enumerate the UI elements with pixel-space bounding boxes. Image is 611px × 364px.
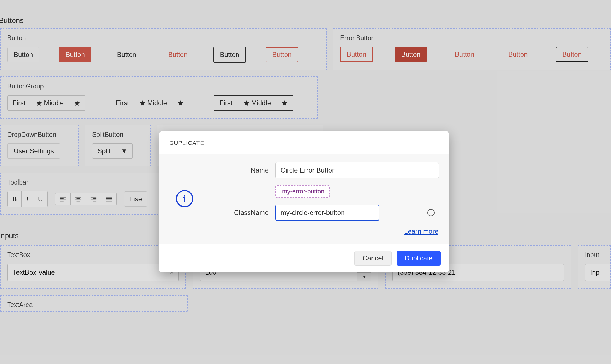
align-justify-icon bbox=[106, 197, 112, 202]
spinner-down[interactable]: ▼ bbox=[357, 272, 371, 281]
button-group-1-star[interactable] bbox=[69, 95, 85, 111]
name-label: Name bbox=[210, 166, 269, 174]
button-group-3: First Middle bbox=[214, 95, 293, 111]
toolbar-underline[interactable]: U bbox=[33, 191, 48, 207]
button-group-2-middle[interactable]: Middle bbox=[134, 95, 172, 111]
chevron-down-icon: ▼ bbox=[121, 147, 128, 155]
learn-more-link[interactable]: Learn more bbox=[404, 228, 438, 235]
caret-down-icon: ▼ bbox=[362, 274, 367, 279]
star-icon bbox=[74, 100, 80, 106]
align-right-icon bbox=[90, 197, 97, 202]
split-button-main[interactable]: Split bbox=[92, 143, 116, 159]
star-icon bbox=[177, 100, 183, 106]
toolbar-align-left[interactable] bbox=[55, 193, 71, 205]
classname-input[interactable] bbox=[275, 205, 379, 221]
toolbar-bold[interactable]: B bbox=[7, 191, 22, 207]
dropdown-button-user-settings[interactable]: User Settings bbox=[7, 143, 60, 159]
name-input[interactable] bbox=[275, 162, 439, 178]
textbox-input[interactable] bbox=[7, 264, 179, 281]
toolbar-italic[interactable]: I bbox=[22, 191, 33, 207]
button-default[interactable]: Button bbox=[7, 47, 39, 62]
panel-dropdown-button-label: DropDownButton bbox=[7, 131, 71, 138]
star-icon bbox=[36, 100, 42, 106]
button-outline[interactable]: Button bbox=[213, 47, 246, 63]
toolbar-align-group bbox=[55, 193, 117, 205]
align-center-icon bbox=[75, 197, 81, 202]
star-icon bbox=[243, 100, 249, 106]
panel-input-cut: Input bbox=[578, 245, 611, 289]
split-button-dropdown[interactable]: ▼ bbox=[116, 143, 133, 159]
panel-textarea: TextArea bbox=[0, 295, 188, 312]
panel-textbox: TextBox × bbox=[0, 245, 186, 289]
input-cut-field[interactable] bbox=[585, 264, 611, 281]
bold-icon: B bbox=[12, 195, 17, 203]
field-info-icon[interactable]: i bbox=[427, 209, 435, 216]
italic-icon: I bbox=[26, 195, 28, 203]
star-icon bbox=[139, 100, 145, 106]
panel-button-label: Button bbox=[7, 34, 319, 42]
button-group-2: First Middle bbox=[111, 95, 189, 111]
panel-textbox-label: TextBox bbox=[7, 251, 179, 259]
error-button-flat-2[interactable]: Button bbox=[502, 47, 534, 62]
section-buttons-title: Buttons bbox=[0, 8, 611, 25]
panel-split-button: SplitButton Split ▼ bbox=[85, 125, 151, 166]
panel-textarea-label: TextArea bbox=[7, 301, 180, 309]
underline-icon: U bbox=[38, 195, 43, 203]
panel-error-button: Error Button Button Button Button Button… bbox=[333, 28, 611, 70]
panel-split-button-label: SplitButton bbox=[92, 131, 144, 138]
toolbar-formatting-group: B I U bbox=[7, 191, 48, 207]
panel-dropdown-button: DropDownButton User Settings bbox=[0, 125, 79, 166]
error-button-outline[interactable]: Button bbox=[340, 47, 373, 62]
panel-error-button-label: Error Button bbox=[340, 34, 604, 42]
info-icon: i bbox=[176, 190, 193, 207]
error-button-flat-1[interactable]: Button bbox=[449, 47, 480, 62]
align-left-icon bbox=[60, 197, 66, 202]
error-button-outline-black[interactable]: Button bbox=[556, 47, 588, 62]
cancel-button[interactable]: Cancel bbox=[354, 251, 392, 266]
button-flat-red[interactable]: Button bbox=[162, 47, 194, 62]
classname-chip[interactable]: .my-error-button bbox=[275, 185, 330, 198]
top-tabbar bbox=[0, 0, 611, 8]
button-primary[interactable]: Button bbox=[59, 47, 91, 62]
error-button-solid[interactable]: Button bbox=[395, 47, 427, 62]
panel-button-group-label: ButtonGroup bbox=[7, 83, 311, 90]
modal-title: DUPLICATE bbox=[159, 131, 449, 154]
duplicate-modal: DUPLICATE i Name .my-error-button ClassN… bbox=[159, 131, 449, 272]
toolbar-insert-button[interactable]: Inse bbox=[124, 191, 147, 207]
button-group-1-middle[interactable]: Middle bbox=[31, 95, 69, 111]
toolbar-align-right[interactable] bbox=[86, 193, 101, 205]
button-group-1-first[interactable]: First bbox=[7, 95, 31, 111]
classname-label: ClassName bbox=[210, 209, 269, 217]
toolbar-align-center[interactable] bbox=[71, 193, 86, 205]
button-outline-red[interactable]: Button bbox=[266, 47, 298, 62]
duplicate-button[interactable]: Duplicate bbox=[397, 251, 441, 266]
button-group-1: First Middle bbox=[7, 95, 85, 111]
toolbar-align-justify[interactable] bbox=[101, 193, 117, 205]
panel-button-group: ButtonGroup First Middle First Middle bbox=[0, 76, 318, 119]
panel-button: Button Button Button Button Button Butto… bbox=[0, 28, 327, 70]
button-group-2-star[interactable] bbox=[172, 95, 189, 111]
button-group-2-first[interactable]: First bbox=[111, 95, 134, 111]
button-group-3-middle[interactable]: Middle bbox=[238, 95, 276, 111]
button-group-3-first[interactable]: First bbox=[214, 95, 238, 111]
star-icon bbox=[281, 100, 288, 106]
button-flat[interactable]: Button bbox=[111, 47, 142, 62]
panel-input-cut-label: Input bbox=[585, 251, 604, 259]
button-group-3-star[interactable] bbox=[276, 95, 293, 111]
